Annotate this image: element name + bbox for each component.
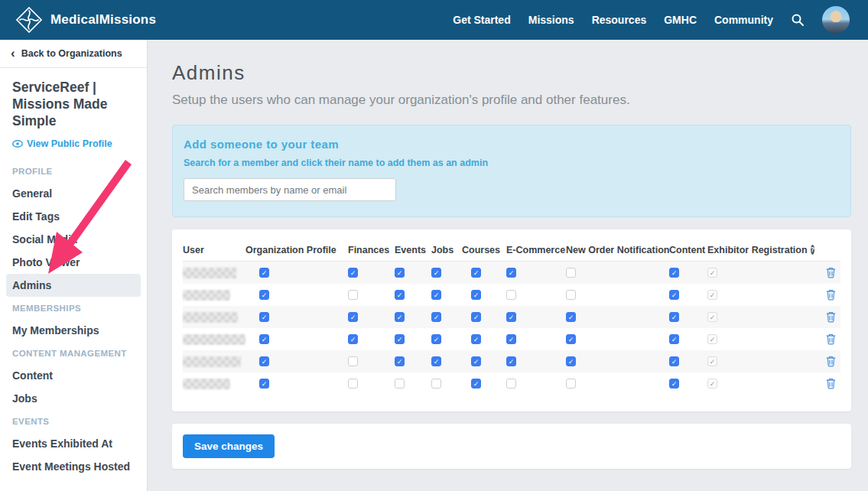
- sidebar-item-social-media[interactable]: Social Media: [0, 228, 147, 251]
- table-body: ✓✓✓✓✓✓✓✓ ✓✓✓✓✓✓ ✓✓✓✓✓✓✓✓✓ ✓✓✓✓✓✓✓✓✓: [183, 262, 840, 395]
- checkbox-exhibitor-registration: ✓: [707, 356, 717, 366]
- checkbox-new-order-notification[interactable]: [566, 268, 576, 278]
- permission-cell-e-commerce: ✓: [506, 268, 566, 278]
- checkbox-jobs[interactable]: ✓: [431, 312, 441, 322]
- checkbox-courses[interactable]: ✓: [471, 334, 481, 344]
- sidebar-item-content[interactable]: Content: [0, 364, 147, 387]
- permission-cell-finances: [348, 290, 395, 300]
- checkbox-courses[interactable]: ✓: [471, 290, 481, 300]
- sidebar-item-jobs[interactable]: Jobs: [0, 387, 147, 410]
- checkbox-e-commerce[interactable]: ✓: [506, 356, 516, 366]
- sidebar-item-edit-tags[interactable]: Edit Tags: [0, 205, 147, 228]
- checkbox-e-commerce[interactable]: ✓: [506, 334, 516, 344]
- checkbox-events[interactable]: ✓: [395, 312, 405, 322]
- checkbox-finances[interactable]: ✓: [348, 268, 358, 278]
- delete-admin-button[interactable]: [826, 378, 836, 389]
- checkbox-events[interactable]: [395, 379, 405, 389]
- checkbox-new-order-notification[interactable]: ✓: [566, 334, 576, 344]
- trash-icon: [826, 378, 836, 389]
- checkbox-content[interactable]: ✓: [669, 356, 679, 366]
- permission-cell-events: ✓: [395, 334, 431, 344]
- checkbox-jobs[interactable]: ✓: [431, 334, 441, 344]
- table-row: ✓✓✓✓✓✓✓✓✓: [183, 306, 840, 328]
- view-public-profile-link[interactable]: View Public Profile: [12, 138, 135, 149]
- sidebar-item-events-exhibited-at[interactable]: Events Exhibited At: [0, 432, 147, 455]
- checkbox-organization-profile[interactable]: ✓: [259, 356, 269, 366]
- checkbox-exhibitor-registration: ✓: [707, 312, 717, 322]
- member-search-input[interactable]: [184, 178, 396, 201]
- user-avatar[interactable]: [822, 6, 850, 34]
- user-cell: [183, 290, 245, 301]
- help-icon[interactable]: ?: [811, 245, 815, 255]
- checkbox-organization-profile[interactable]: ✓: [259, 379, 269, 389]
- nav-link-community[interactable]: Community: [714, 14, 773, 26]
- checkbox-exhibitor-registration: ✓: [707, 334, 717, 344]
- checkbox-organization-profile[interactable]: ✓: [259, 334, 269, 344]
- delete-admin-button[interactable]: [826, 289, 836, 301]
- delete-admin-button[interactable]: [826, 333, 836, 345]
- checkbox-e-commerce[interactable]: ✓: [506, 268, 516, 278]
- checkbox-new-order-notification[interactable]: [566, 379, 576, 389]
- save-changes-button[interactable]: Save changes: [183, 434, 275, 458]
- delete-admin-button[interactable]: [826, 311, 836, 323]
- checkbox-events[interactable]: ✓: [395, 334, 405, 344]
- checkbox-e-commerce[interactable]: [506, 290, 516, 300]
- nav-link-resources[interactable]: Resources: [592, 14, 647, 26]
- permission-cell-courses: ✓: [462, 356, 506, 366]
- permission-cell-exhibitor-registration: ✓: [707, 379, 804, 389]
- column-header-organization-profile: Organization Profile: [245, 245, 348, 255]
- checkbox-courses[interactable]: ✓: [471, 312, 481, 322]
- sidebar-item-event-meetings-hosted[interactable]: Event Meetings Hosted: [0, 455, 147, 478]
- checkbox-content[interactable]: ✓: [669, 290, 679, 300]
- checkbox-events[interactable]: ✓: [395, 290, 405, 300]
- back-to-organizations-link[interactable]: ‹ Back to Organizations: [0, 40, 147, 68]
- checkbox-events[interactable]: ✓: [395, 268, 405, 278]
- checkbox-new-order-notification[interactable]: ✓: [566, 356, 576, 366]
- checkbox-content[interactable]: ✓: [669, 379, 679, 389]
- sidebar-item-my-memberships[interactable]: My Memberships: [0, 319, 147, 342]
- checkbox-jobs[interactable]: [431, 379, 441, 389]
- permission-cell-e-commerce: ✓: [506, 356, 566, 366]
- nav-link-get-started[interactable]: Get Started: [453, 14, 510, 26]
- trash-icon: [826, 333, 836, 345]
- checkbox-content[interactable]: ✓: [669, 268, 679, 278]
- nav-link-missions[interactable]: Missions: [528, 14, 574, 26]
- checkbox-jobs[interactable]: ✓: [431, 268, 441, 278]
- checkbox-e-commerce[interactable]: ✓: [506, 312, 516, 322]
- checkbox-new-order-notification[interactable]: ✓: [566, 312, 576, 322]
- checkbox-finances[interactable]: [348, 290, 358, 300]
- checkbox-organization-profile[interactable]: ✓: [259, 312, 269, 322]
- sidebar-item-admins[interactable]: Admins: [6, 274, 141, 297]
- permission-cell-content: ✓: [669, 334, 707, 344]
- back-chevron-icon: ‹: [11, 50, 15, 57]
- checkbox-organization-profile[interactable]: ✓: [259, 290, 269, 300]
- checkbox-content[interactable]: ✓: [669, 312, 679, 322]
- checkbox-courses[interactable]: ✓: [471, 268, 481, 278]
- checkbox-courses[interactable]: ✓: [471, 379, 481, 389]
- checkbox-new-order-notification[interactable]: [566, 290, 576, 300]
- delete-admin-button[interactable]: [826, 267, 836, 278]
- checkbox-jobs[interactable]: ✓: [431, 290, 441, 300]
- checkbox-e-commerce[interactable]: [506, 379, 516, 389]
- permission-cell-courses: ✓: [462, 290, 506, 300]
- checkbox-finances[interactable]: ✓: [348, 312, 358, 322]
- sidebar-section-memberships: MEMBERSHIPS: [0, 297, 147, 319]
- checkbox-finances[interactable]: [348, 356, 358, 366]
- permission-cell-jobs: ✓: [431, 268, 462, 278]
- nav-link-gmhc[interactable]: GMHC: [664, 14, 697, 26]
- delete-admin-button[interactable]: [826, 356, 836, 367]
- checkbox-organization-profile[interactable]: ✓: [259, 268, 269, 278]
- user-cell: [183, 379, 245, 389]
- page-subtitle: Setup the users who can manage your orga…: [172, 93, 851, 108]
- checkbox-courses[interactable]: ✓: [471, 356, 481, 366]
- checkbox-jobs[interactable]: ✓: [431, 356, 441, 366]
- checkbox-finances[interactable]: ✓: [348, 334, 358, 344]
- brand[interactable]: MedicalMissions: [15, 6, 156, 34]
- checkbox-finances[interactable]: [348, 379, 358, 389]
- sidebar-item-general[interactable]: General: [0, 182, 147, 205]
- checkbox-content[interactable]: ✓: [669, 334, 679, 344]
- search-icon[interactable]: [791, 13, 805, 27]
- checkbox-events[interactable]: ✓: [395, 356, 405, 366]
- eye-icon: [12, 140, 23, 148]
- sidebar-item-photo-viewer[interactable]: Photo Viewer: [0, 251, 147, 274]
